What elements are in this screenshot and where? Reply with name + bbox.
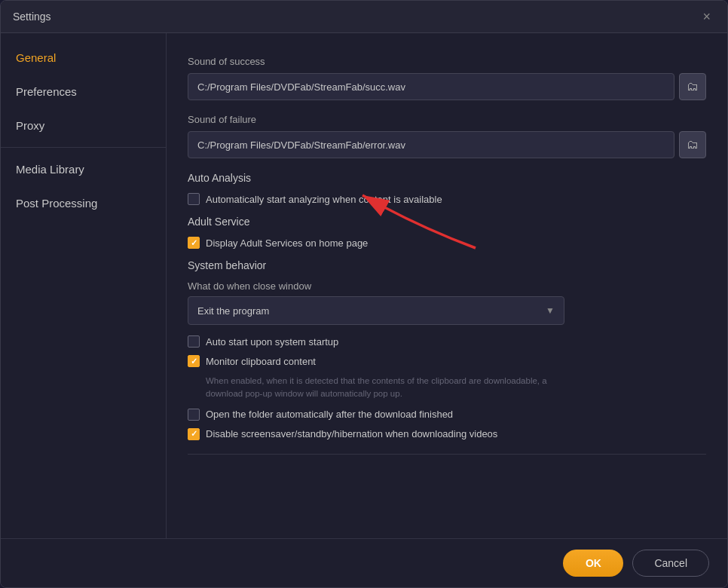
auto-analysis-checkbox[interactable] [188, 193, 200, 205]
adult-service-header: Adult Service [188, 216, 706, 228]
disable-screensaver-row: Disable screensaver/standby/hibernation … [188, 428, 706, 440]
open-folder-label[interactable]: Open the folder automatically after the … [206, 409, 453, 420]
auto-start-label[interactable]: Auto start upon system startup [206, 336, 338, 348]
dropdown-arrow-icon: ▼ [546, 305, 555, 316]
monitor-clipboard-hint: When enabled, when it is detected that t… [206, 375, 567, 401]
main-panel: Sound of success 🗂 Sound of failure 🗂 Au… [167, 33, 727, 538]
sidebar-divider [1, 147, 166, 148]
adult-service-checkbox[interactable] [188, 237, 200, 249]
sound-failure-row: 🗂 [188, 131, 706, 158]
open-folder-row: Open the folder automatically after the … [188, 409, 706, 421]
auto-analysis-header: Auto Analysis [188, 172, 706, 184]
auto-analysis-row: Automatically start analyzing when conte… [188, 193, 706, 205]
monitor-clipboard-checkbox[interactable] [188, 355, 200, 367]
sound-success-row: 🗂 [188, 73, 706, 100]
dialog-footer: OK Cancel [1, 538, 727, 587]
close-button[interactable]: × [698, 8, 715, 25]
sidebar-item-media-library[interactable]: Media Library [1, 152, 166, 186]
adult-service-row: Display Adult Services on home page [188, 237, 706, 249]
close-window-dropdown[interactable]: Exit the program ▼ [188, 296, 564, 325]
adult-service-label[interactable]: Display Adult Services on home page [206, 237, 368, 249]
dialog-title: Settings [13, 11, 51, 23]
titlebar: Settings × [1, 1, 727, 33]
sound-failure-label: Sound of failure [188, 114, 706, 125]
close-window-label: What do when close window [188, 280, 706, 292]
sound-success-label: Sound of success [188, 56, 706, 67]
sidebar-item-proxy[interactable]: Proxy [1, 109, 166, 142]
close-window-row: What do when close window Exit the progr… [188, 280, 706, 325]
ok-button[interactable]: OK [563, 550, 623, 577]
open-folder-checkbox[interactable] [188, 409, 200, 421]
sound-success-input[interactable] [188, 73, 674, 100]
sidebar: General Preferences Proxy Media Library … [1, 33, 167, 538]
disable-screensaver-label[interactable]: Disable screensaver/standby/hibernation … [206, 428, 497, 439]
sound-success-browse-button[interactable]: 🗂 [679, 73, 706, 100]
disable-screensaver-checkbox[interactable] [188, 428, 200, 440]
browse-icon: 🗂 [687, 80, 699, 93]
close-window-value: Exit the program [197, 305, 269, 317]
monitor-clipboard-label[interactable]: Monitor clipboard content [206, 356, 316, 367]
content-area: General Preferences Proxy Media Library … [1, 33, 727, 538]
auto-start-row: Auto start upon system startup [188, 335, 706, 348]
auto-start-checkbox[interactable] [188, 335, 200, 348]
sidebar-item-post-processing[interactable]: Post Processing [1, 186, 166, 220]
system-behavior-header: System behavior [188, 259, 706, 271]
section-divider [188, 454, 706, 455]
cancel-button[interactable]: Cancel [632, 550, 709, 577]
monitor-clipboard-row: Monitor clipboard content [188, 355, 706, 367]
browse-icon-2: 🗂 [687, 138, 699, 152]
sidebar-item-general[interactable]: General [1, 41, 166, 75]
sidebar-item-preferences[interactable]: Preferences [1, 75, 166, 109]
auto-analysis-label[interactable]: Automatically start analyzing when conte… [206, 194, 442, 205]
sound-failure-input[interactable] [188, 131, 674, 158]
sound-failure-browse-button[interactable]: 🗂 [679, 131, 706, 158]
settings-dialog: Settings × General Preferences Proxy Med… [0, 0, 728, 588]
